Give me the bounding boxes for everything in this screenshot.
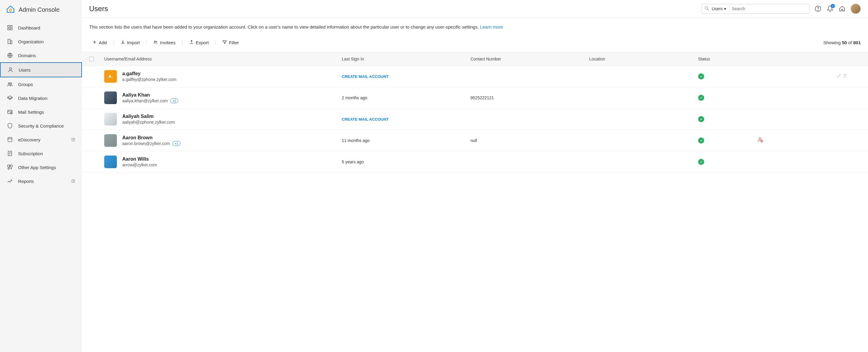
help-icon[interactable] [814,5,822,12]
globe-icon [7,52,13,59]
table-body: A.a.gaffeya.gaffey@zphone.zylker.comCREA… [82,66,868,173]
page-title: Users [89,4,108,13]
users-table: Username/Email Address Last Sign In Cont… [82,52,868,352]
sidebar-item-label: Groups [18,82,33,87]
svg-rect-5 [8,39,10,44]
archive-icon [7,136,13,143]
user-email: a.gaffey@zphone.zylker.com [122,77,177,82]
sidebar-item-label: Dashboard [18,25,40,30]
sidebar: Admin Console DashboardOrganizationDomai… [0,0,82,352]
dashboard-icon [7,24,13,31]
filter-button[interactable]: Filter [219,38,242,47]
search-scope-label: Users [712,6,723,11]
create-mail-account-link[interactable]: CREATE MAIL ACCOUNT [342,74,389,79]
notification-badge: 1 [831,4,835,8]
svg-point-25 [759,138,761,140]
sidebar-item-other-app-settings[interactable]: Other App Settings [0,161,82,174]
separator [146,39,147,45]
sidebar-item-label: Organization [18,39,44,44]
import-label: Import [127,40,140,45]
main: Users Users ▾ 1 [82,0,868,352]
sidebar-item-label: Reports [18,179,34,184]
import-button[interactable]: Import [118,38,143,47]
sidebar-item-groups[interactable]: Groups [0,77,82,91]
user-avatar [104,92,117,104]
shield-icon [7,122,13,129]
add-button[interactable]: Add [89,38,110,47]
user-avatar [104,134,117,147]
sidebar-item-dashboard[interactable]: Dashboard [0,21,82,35]
header-last-signin[interactable]: Last Sign In [342,57,470,61]
invitees-button[interactable]: Invitees [150,38,179,47]
alias-count-badge[interactable]: +1 [172,141,180,146]
sidebar-item-ediscovery[interactable]: eDiscovery [0,133,82,146]
user-avatar: A. [104,70,117,83]
mail-settings-icon [7,109,13,115]
export-button[interactable]: Export [186,38,212,47]
chart-icon [7,178,13,184]
svg-rect-3 [8,28,10,30]
sidebar-item-organization[interactable]: Organization [0,35,82,48]
contact-value: null [470,138,477,143]
migrate-icon [7,95,13,101]
header-username[interactable]: Username/Email Address [104,57,342,61]
svg-point-13 [8,138,12,139]
user-name[interactable]: Aaliyah Salim [122,114,175,119]
export-icon [189,40,194,45]
learn-more-link[interactable]: Learn more [480,24,503,30]
table-row[interactable]: Aaron Brownaaron.brown@zylker.com+111 mo… [82,130,868,151]
search-scope-dropdown[interactable]: Users ▾ [712,6,730,11]
header-contact[interactable]: Contact Number [470,57,589,61]
table-row[interactable]: Aaliya Khanaaliya.khan@zylker.com+22 mon… [82,87,868,109]
invoice-icon [7,150,13,157]
edit-icon[interactable] [837,73,841,79]
sidebar-item-data-migration[interactable]: Data Migration [0,91,82,105]
profile-avatar[interactable] [850,4,861,14]
search-box[interactable]: Users ▾ [701,4,810,14]
table-row[interactable]: A.a.gaffeya.gaffey@zphone.zylker.comCREA… [82,66,868,87]
table-row[interactable]: Aaliyah Salimaaliyah@zphone.zylker.comCR… [82,109,868,130]
table-row[interactable]: Aaron Willsarrow@zylker.com5 years ago [82,151,868,173]
sidebar-item-label: eDiscovery [18,137,40,142]
sidebar-item-mail-settings[interactable]: Mail Settings [0,105,82,119]
status-active-icon [698,73,704,79]
brand-logo-icon [6,5,15,15]
user-name[interactable]: Aaron Brown [122,135,180,141]
status-active-icon [698,138,704,143]
status-active-icon [698,95,704,101]
topbar: Users Users ▾ 1 [82,0,868,18]
sidebar-item-subscription[interactable]: Subscription [0,146,82,161]
header-location[interactable]: Location [589,57,698,61]
sidebar-item-users[interactable]: Users [0,62,82,77]
home-icon[interactable] [838,5,846,12]
search-icon [705,6,709,12]
sidebar-item-security-compliance[interactable]: Security & Compliance [0,119,82,133]
svg-rect-1 [8,26,10,27]
description-text: This section lists the users that have b… [89,24,480,30]
plus-icon [92,40,97,45]
search-input[interactable] [732,6,806,11]
sidebar-item-domains[interactable]: Domains [0,48,82,62]
user-name[interactable]: Aaliya Khan [122,92,178,98]
chevron-down-icon: ▾ [724,6,726,11]
user-name[interactable]: Aaron Wills [122,156,157,162]
invitees-label: Invitees [160,40,176,45]
user-name[interactable]: a.gaffey [122,71,177,76]
sidebar-item-reports[interactable]: Reports [0,174,82,188]
external-link-icon [71,138,75,142]
user-avatar [104,155,117,168]
export-label: Export [196,40,209,45]
svg-rect-17 [10,165,12,167]
delete-icon[interactable] [843,73,847,79]
select-all-checkbox[interactable] [89,57,94,61]
notifications-icon[interactable]: 1 [827,5,834,12]
header-status[interactable]: Status [698,57,757,61]
group-icon [7,81,13,87]
user-warning-icon [757,139,764,144]
status-active-icon [698,159,704,165]
alias-count-badge[interactable]: +2 [170,98,178,103]
sidebar-item-label: Other App Settings [18,165,56,170]
user-icon [7,67,14,73]
create-mail-account-link[interactable]: CREATE MAIL ACCOUNT [342,117,389,121]
contact-value: 9525222121 [470,95,494,100]
